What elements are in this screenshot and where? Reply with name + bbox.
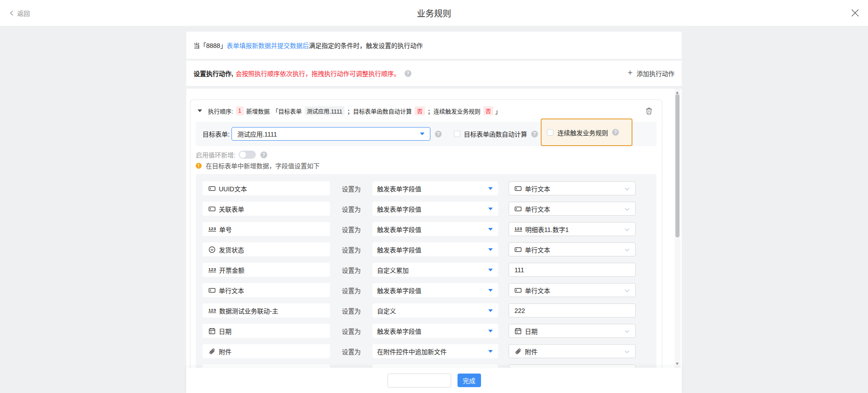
field-mapping-row: 附件 设置为 在附件控件中追加新文件 附件 [203, 344, 650, 358]
toggle-knob [240, 152, 246, 158]
text-field-icon [514, 205, 522, 213]
loop-add-row: 启用循环新增: [196, 149, 662, 161]
set-as-label: 设置为 [330, 327, 373, 336]
help-icon[interactable] [612, 129, 619, 136]
value-label: 单行文本 [525, 204, 550, 213]
value-field-select[interactable]: 日期 [509, 324, 636, 338]
field-mapping-row: 123 开票金额 设置为 自定义累加 111 [203, 263, 650, 277]
chevron-down-icon [624, 185, 630, 192]
value-source-label: 触发表单字段值 [377, 204, 421, 213]
value-source-select[interactable]: 在附件控件中追加新文件 [373, 344, 498, 358]
value-field-select[interactable] [509, 365, 636, 368]
scrollbar-thumb[interactable] [675, 94, 679, 237]
target-field-box: 关联表单 [203, 202, 330, 216]
summary-calc-chip: 否 [415, 106, 425, 115]
chain-checkbox[interactable] [547, 129, 553, 136]
value-source-select[interactable]: 触发表单字段值 [373, 222, 498, 236]
delete-action-button[interactable] [645, 107, 653, 115]
target-field-label: UUID文本 [219, 184, 247, 193]
collapse-caret-icon[interactable] [198, 109, 202, 112]
caret-down-icon [488, 309, 493, 312]
summary-calc-label: ；目标表单函数自动计算 [347, 107, 412, 115]
value-source-select[interactable]: 触发表单字段值 [373, 202, 498, 216]
loop-add-toggle[interactable] [239, 151, 256, 159]
chevron-down-icon [624, 348, 630, 355]
value-source-select[interactable] [373, 365, 498, 368]
confirm-button[interactable]: 完成 [458, 374, 481, 387]
value-label: 附件 [525, 347, 538, 356]
custom-value-input[interactable]: 222 [509, 303, 636, 317]
value-field-select[interactable]: 附件 [509, 344, 636, 358]
add-action-label: 添加执行动作 [637, 69, 675, 78]
value-source-select[interactable]: 自定义累加 [373, 263, 498, 277]
text-field-icon [208, 205, 216, 213]
field-mapping-row: 设置为 [203, 365, 650, 368]
caret-down-icon [488, 248, 493, 251]
value-source-label: 触发表单字段值 [377, 286, 421, 295]
trigger-prefix: 当「8888」 [193, 41, 226, 50]
target-field-label: 单行文本 [219, 286, 244, 295]
target-field-box: UUID文本 [203, 181, 330, 195]
text-field-icon [514, 246, 522, 253]
set-as-label: 设置为 [330, 347, 373, 356]
footer-bar: 完成 [186, 368, 682, 393]
chevron-down-icon [624, 287, 630, 294]
value-source-select[interactable]: 触发表单字段值 [373, 242, 498, 256]
warning-icon [196, 163, 202, 169]
trigger-event-link[interactable]: 表单填报新数据并提交数据后 [226, 41, 309, 50]
target-field-box: 单行文本 [203, 283, 330, 297]
value-label: 日期 [525, 327, 538, 336]
field-mapping-row: 123 单号 设置为 触发表单字段值 123 明细表11.数字1 [203, 222, 650, 236]
add-action-button[interactable]: 添加执行动作 [627, 69, 675, 78]
value-field-select[interactable]: 单行文本 [509, 283, 636, 297]
caret-down-icon [488, 187, 493, 190]
target-form-select[interactable]: 测试应用.1111 [231, 127, 430, 141]
calc-checkbox[interactable] [454, 131, 460, 137]
scroll-up-icon[interactable] [676, 91, 679, 94]
business-rule-page: 返回 业务规则 当「8888」表单填报新数据并提交数据后满足指定的条件时，触发设… [0, 0, 868, 393]
chevron-down-icon [624, 327, 630, 335]
value-source-label: 触发表单字段值 [377, 225, 421, 234]
text-field-icon [208, 287, 216, 294]
value-label: 单行文本 [525, 286, 550, 295]
close-icon[interactable] [851, 9, 859, 17]
target-field-label: 数据测试业务联动-主 [219, 306, 278, 315]
target-field-box: 123 数据测试业务联动-主 [203, 303, 330, 317]
value-label: 单行文本 [525, 184, 550, 193]
value-label: 单行文本 [525, 245, 550, 254]
value-field-select[interactable]: 单行文本 [509, 242, 636, 256]
text-field-icon [208, 185, 216, 192]
rule-name-input[interactable] [387, 374, 451, 388]
value-source-label: 触发表单字段值 [377, 184, 421, 193]
value-label: 222 [514, 307, 525, 314]
caret-down-icon [488, 228, 493, 231]
number-icon: 123 [208, 308, 216, 313]
help-icon[interactable] [405, 70, 411, 77]
help-icon[interactable] [435, 131, 442, 137]
value-label: 明细表11.数字1 [525, 225, 569, 234]
chain-checkbox-label: 连续触发业务规则 [557, 128, 608, 137]
value-field-select[interactable]: 单行文本 [509, 181, 636, 195]
loop-add-label: 启用循环新增: [196, 150, 236, 159]
chevron-down-icon [624, 226, 630, 233]
scroll-down-icon[interactable] [676, 363, 679, 365]
trigger-card: 当「8888」表单填报新数据并提交数据后满足指定的条件时，触发设置的执行动作 [186, 32, 682, 59]
target-field-label: 附件 [219, 347, 231, 356]
help-icon[interactable] [531, 131, 538, 137]
vertical-scrollbar[interactable] [675, 89, 680, 368]
target-field-box: 123 单号 [203, 222, 330, 236]
field-mapping-row: 关联表单 设置为 触发表单字段值 单行文本 [203, 202, 650, 216]
chevron-down-icon [624, 246, 630, 253]
summary-target-form-chip: 测试应用.1111 [305, 106, 345, 115]
caret-down-icon [488, 330, 493, 332]
attachment-icon [208, 348, 216, 355]
actions-order-warning: 会按照执行顺序依次执行，拖拽执行动作可调整执行顺序。 [236, 69, 400, 78]
value-field-select[interactable]: 单行文本 [509, 202, 636, 216]
custom-value-input[interactable]: 111 [509, 263, 636, 277]
value-source-select[interactable]: 触发表单字段值 [373, 324, 498, 338]
value-source-select[interactable]: 触发表单字段值 [373, 283, 498, 297]
value-source-select[interactable]: 触发表单字段值 [373, 181, 498, 195]
help-icon[interactable] [260, 152, 267, 158]
value-source-select[interactable]: 自定义 [373, 303, 498, 317]
value-field-select[interactable]: 123 明细表11.数字1 [509, 222, 636, 236]
